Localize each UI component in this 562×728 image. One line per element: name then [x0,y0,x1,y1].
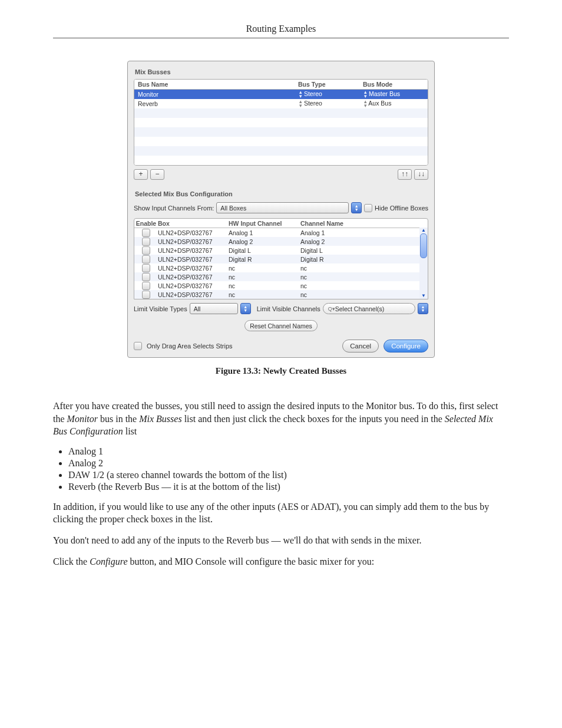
table-row[interactable]: ULN2+DSP/032767Analog 1Analog 1 [134,228,428,237]
stepper-icon[interactable]: ▲▼ [351,202,362,213]
table-row[interactable]: ULN2+DSP/032767ncnc [134,272,428,281]
bus-row-reverb[interactable]: Reverb ▴▾ Stereo ▴▾ Aux Bus [134,99,428,108]
bus-col-mode[interactable]: Bus Mode [363,81,428,88]
limit-channels-select[interactable]: Q▾ Select Channel(s) [323,303,415,314]
enable-checkbox[interactable] [142,291,150,299]
table-row[interactable]: ULN2+DSP/032767ncnc [134,263,428,272]
drag-area-label: Only Drag Area Selects Strips [147,342,233,350]
list-item: Analog 2 [68,458,509,469]
hide-offline-checkbox[interactable] [364,204,372,212]
mix-busses-label: Mix Busses [135,68,428,75]
move-up-button[interactable]: ↑↑ [398,169,412,180]
config-section-label: Selected Mix Bus Configuration [135,190,428,197]
enable-checkbox[interactable] [142,246,150,255]
bus-row-monitor[interactable]: Monitor ▴▾ Stereo ▴▾ Master Bus [134,90,428,99]
bus-col-type[interactable]: Bus Type [298,81,363,88]
channel-table: Enable Box HW Input Channel Channel Name… [134,218,428,299]
show-input-select[interactable]: All Boxes [216,202,349,213]
hide-offline-label: Hide Offline Boxes [375,205,428,212]
channel-scrollbar[interactable]: ▲ ▼ [419,228,428,299]
body-text: After you have created the busses, you s… [53,400,509,568]
bus-table: Bus Name Bus Type Bus Mode Monitor ▴▾ St… [134,79,428,166]
bus-col-name[interactable]: Bus Name [134,81,298,88]
drag-area-checkbox[interactable] [134,342,142,350]
enable-checkbox[interactable] [142,229,150,237]
table-row[interactable]: ULN2+DSP/032767Analog 2Analog 2 [134,237,428,246]
list-item: Analog 1 [68,446,509,457]
figure-caption: Figure 13.3: Newly Created Busses [53,366,509,376]
enable-checkbox[interactable] [142,273,150,281]
limit-types-label: Limit Visible Types [134,305,187,312]
ch-col-name[interactable]: Channel Name [300,220,428,227]
screenshot-mixer-config: Mix Busses Bus Name Bus Type Bus Mode Mo… [127,61,435,358]
table-row[interactable]: ULN2+DSP/032767ncnc [134,290,428,299]
cancel-button[interactable]: Cancel [342,340,379,353]
table-row[interactable]: ULN2+DSP/032767Digital LDigital L [134,246,428,255]
ch-col-box[interactable]: Box [158,220,229,227]
table-row[interactable]: ULN2+DSP/032767ncnc [134,281,428,290]
limit-channels-label: Limit Visible Channels [257,305,320,312]
limit-types-select[interactable]: All [190,303,238,314]
table-row[interactable]: ULN2+DSP/032767Digital RDigital R [134,255,428,263]
stepper-icon[interactable]: ▲▼ [240,303,251,314]
ch-col-enable[interactable]: Enable [134,220,158,227]
enable-checkbox[interactable] [142,238,150,246]
page-header: Routing Examples [53,24,509,38]
add-bus-button[interactable]: + [134,169,148,180]
reset-channel-names-button[interactable]: Reset Channel Names [244,320,318,331]
list-item: DAW 1/2 (a stereo channel towards the bo… [68,470,509,480]
move-down-button[interactable]: ↓↓ [414,169,428,180]
remove-bus-button[interactable]: − [150,169,164,180]
enable-checkbox[interactable] [142,264,150,272]
ch-col-hw[interactable]: HW Input Channel [229,220,300,227]
enable-checkbox[interactable] [142,255,150,263]
list-item: Reverb (the Reverb Bus — it is at the bo… [68,482,509,492]
configure-button[interactable]: Configure [384,340,428,353]
show-input-label: Show Input Channels From: [134,205,214,212]
enable-checkbox[interactable] [142,282,150,290]
stepper-icon[interactable]: ▲▼ [418,303,428,314]
